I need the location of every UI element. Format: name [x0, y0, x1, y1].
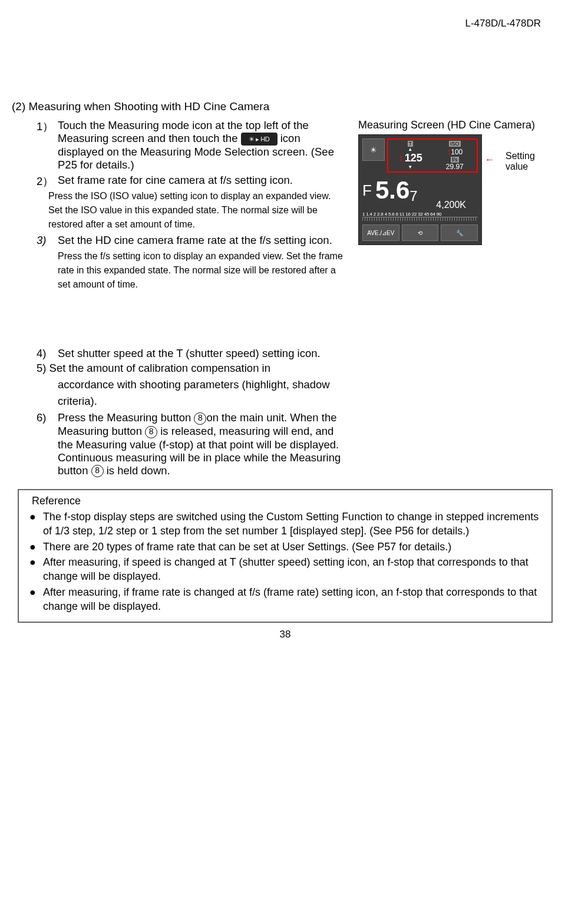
scale-ticks — [362, 217, 478, 221]
aperture-scale: 1 1.4 2 2.8 4 5.6 8 11 16 22 32 45 64 90 — [362, 212, 478, 217]
step-3-number: 3) — [37, 234, 58, 292]
mode-icon[interactable]: ☀ — [362, 138, 385, 161]
bullet-icon: ● — [29, 510, 36, 539]
step-5-text-prefix: Set the amount of calibration compensati… — [49, 362, 270, 374]
f-label: F — [362, 181, 372, 200]
step-3-subtext: Press the f/s setting icon to display an… — [58, 249, 346, 292]
step-6-number: 6) — [37, 411, 58, 477]
reference-item: ● The f-stop display steps are switched … — [29, 510, 541, 539]
reference-item: ● There are 20 types of frame rate that … — [29, 540, 541, 554]
fs-value[interactable]: 29.97 — [434, 163, 477, 171]
reference-text: The f-stop display steps are switched us… — [43, 510, 541, 539]
reference-text: After measuring, if speed is changed at … — [43, 555, 541, 584]
settings-button[interactable]: 🔧 — [441, 224, 478, 241]
setting-value-highlight: T ▲ ↕ 125 ▼ ISO ↕100 — [387, 138, 478, 173]
circled-8-icon: 8 — [91, 465, 104, 477]
reference-item: ● After measuring, if frame rate is chan… — [29, 585, 541, 614]
refresh-button[interactable]: ⟲ — [402, 224, 439, 241]
step-6-text-a: Press the Measuring button — [58, 411, 194, 424]
reference-title: Reference — [32, 495, 541, 507]
step-1-text: Touch the Measuring mode icon at the top… — [58, 119, 346, 171]
t-label: T — [408, 141, 414, 147]
f-sub-value: 7 — [409, 188, 417, 204]
circled-8-icon: 8 — [194, 412, 206, 425]
reference-text: There are 20 types of frame rate that ca… — [43, 540, 451, 554]
step-5: 5) Set the amount of calibration compens… — [12, 360, 346, 409]
measuring-screen-figure: ☀ T ▲ ↕ 125 ▼ — [358, 134, 482, 245]
iso-value[interactable]: 100 — [451, 148, 463, 156]
reference-text: After measuring, if frame rate is change… — [43, 585, 541, 614]
section-title: (2) Measuring when Shooting with HD Cine… — [12, 100, 559, 113]
step-6-text-d: is held down. — [104, 464, 170, 477]
step-4-text: Set shutter speed at the T (shutter spee… — [58, 347, 321, 360]
setting-value-callout: Setting value — [506, 151, 559, 172]
step-3-text: Set the HD cine camera frame rate at the… — [58, 234, 346, 247]
red-arrow-pointer-icon: ← — [485, 154, 494, 165]
step-5-body: accordance with shooting parameters (hig… — [37, 376, 346, 409]
reference-item: ● After measuring, if speed is changed a… — [29, 555, 541, 584]
bullet-icon: ● — [29, 540, 36, 554]
f-value: 5.6 — [375, 176, 409, 204]
ave-ev-button[interactable]: AVE./⊿EV — [362, 224, 399, 241]
iso-label: ISO — [449, 141, 461, 147]
bullet-icon: ● — [29, 585, 36, 614]
mode-hd-cine-inline-icon — [241, 133, 278, 146]
step-2-text: Set frame rate for cine camera at f/s se… — [58, 174, 346, 187]
step-6-text: Press the Measuring button 8on the main … — [58, 411, 346, 477]
step-2-subtext: Press the ISO (ISO value) setting icon t… — [48, 189, 346, 232]
page-number: 38 — [12, 629, 559, 640]
document-model-header: L-478D/L-478DR — [12, 18, 559, 29]
step-5-number: 5) — [37, 362, 46, 374]
bullet-icon: ● — [29, 555, 36, 584]
red-arrow-icon: ↕ — [398, 152, 404, 164]
reference-box: Reference ● The f-stop display steps are… — [18, 489, 553, 623]
t-value[interactable]: 125 — [405, 152, 422, 164]
arrow-up-icon[interactable]: ▲ — [389, 147, 432, 152]
fs-label: f/s — [451, 157, 459, 163]
screen-figure-title: Measuring Screen (HD Cine Camera) — [358, 119, 559, 131]
step-4-number: 4) — [37, 347, 58, 360]
circled-8-icon: 8 — [145, 426, 157, 438]
step-1-number: 1） — [37, 119, 58, 171]
arrow-down-icon[interactable]: ▼ — [389, 164, 432, 170]
